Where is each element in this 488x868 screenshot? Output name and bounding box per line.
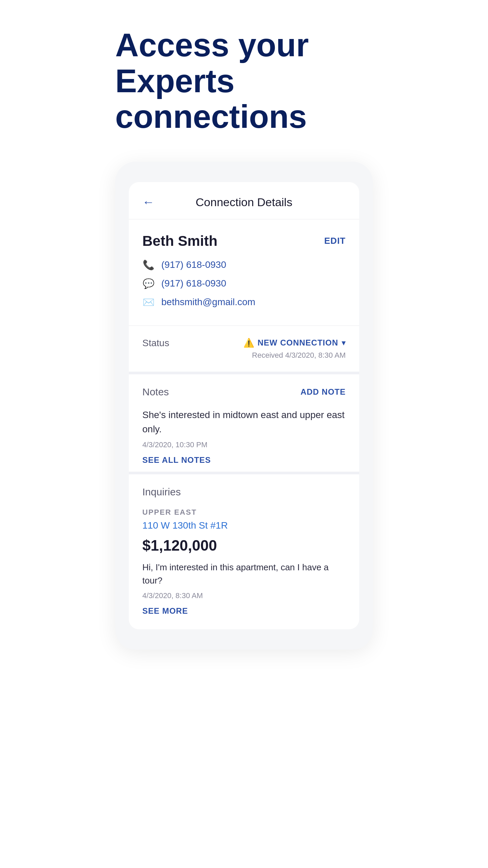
section-divider [129, 472, 359, 474]
edit-button[interactable]: EDIT [324, 236, 346, 246]
inquiries-section: Inquiries UPPER EAST 110 W 130th St #1R … [129, 474, 359, 629]
email-item[interactable]: ✉️ bethsmith@gmail.com [142, 297, 346, 308]
app-screen: ← Connection Details Beth Smith EDIT 📞 (… [129, 182, 359, 629]
back-button[interactable]: ← [142, 195, 155, 209]
status-section: Status ⚠️ NEW CONNECTION ▾ Received 4/3/… [129, 326, 359, 374]
notes-label: Notes [142, 386, 169, 398]
phone-mockup: ← Connection Details Beth Smith EDIT 📞 (… [115, 162, 373, 650]
chevron-down-icon: ▾ [342, 338, 346, 348]
note-text: She's interested in midtown east and upp… [142, 408, 346, 436]
see-all-notes-button[interactable]: SEE ALL NOTES [142, 455, 211, 465]
inquiry-price: $1,120,000 [142, 537, 346, 554]
hero-title: Access your Experts connections [115, 27, 373, 135]
contact-section: Beth Smith EDIT 📞 (917) 618-0930 💬 (917)… [129, 219, 359, 326]
status-badge[interactable]: ⚠️ NEW CONNECTION ▾ [243, 338, 346, 348]
status-label: Status [142, 338, 169, 349]
phone-icon: 📞 [142, 259, 155, 271]
screen-header: ← Connection Details [129, 182, 359, 219]
new-connection-text: NEW CONNECTION [258, 338, 338, 348]
contact-header: Beth Smith EDIT [142, 233, 346, 249]
phone-call-item[interactable]: 📞 (917) 618-0930 [142, 259, 346, 271]
see-more-button[interactable]: SEE MORE [142, 606, 188, 615]
add-note-button[interactable]: ADD NOTE [301, 387, 346, 397]
status-right: ⚠️ NEW CONNECTION ▾ Received 4/3/2020, 8… [243, 338, 346, 360]
inquiry-address[interactable]: 110 W 130th St #1R [142, 520, 346, 531]
warning-icon: ⚠️ [243, 338, 254, 348]
inquiry-date: 4/3/2020, 8:30 AM [142, 591, 346, 600]
note-date: 4/3/2020, 10:30 PM [142, 440, 346, 449]
inquiries-header: Inquiries [142, 486, 346, 498]
notes-header: Notes ADD NOTE [142, 386, 346, 398]
sms-text: (917) 618-0930 [161, 278, 226, 289]
inquiry-message: Hi, I'm interested in this apartment, ca… [142, 561, 346, 587]
inquiries-label: Inquiries [142, 486, 181, 498]
status-received: Received 4/3/2020, 8:30 AM [252, 351, 346, 360]
status-row: Status ⚠️ NEW CONNECTION ▾ Received 4/3/… [142, 338, 346, 360]
email-icon: ✉️ [142, 297, 155, 308]
phone-call-text: (917) 618-0930 [161, 259, 226, 270]
email-text: bethsmith@gmail.com [161, 297, 255, 308]
inquiry-neighborhood: UPPER EAST [142, 508, 346, 517]
sms-icon: 💬 [142, 278, 155, 289]
contact-name: Beth Smith [142, 233, 218, 249]
notes-section: Notes ADD NOTE She's interested in midto… [129, 374, 359, 472]
sms-item[interactable]: 💬 (917) 618-0930 [142, 278, 346, 289]
screen-title: Connection Details [196, 196, 292, 209]
